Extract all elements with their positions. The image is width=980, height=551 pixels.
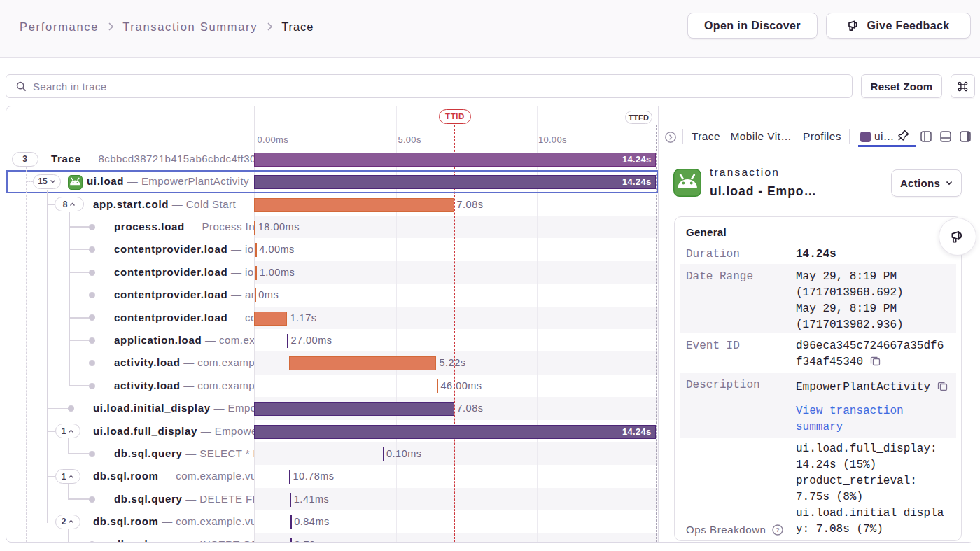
svg-text:?: ? [776,526,779,533]
